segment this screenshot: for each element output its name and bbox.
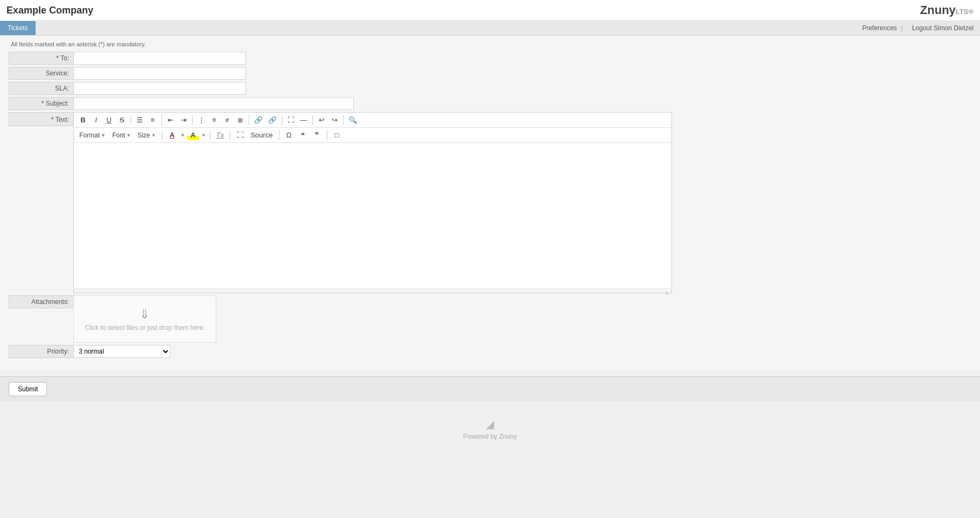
font-label: Font: [112, 132, 125, 139]
align-center-button[interactable]: ≡: [208, 115, 220, 125]
to-input-wrapper: [73, 52, 246, 65]
sla-label: SLA:: [9, 82, 73, 95]
priority-row: Priority: 3 normal: [9, 345, 971, 358]
align-right-button[interactable]: ≠: [221, 115, 233, 125]
bg-color-button[interactable]: A: [187, 130, 199, 140]
font-color-button[interactable]: A: [166, 130, 178, 140]
underline-button[interactable]: U: [103, 115, 115, 125]
text-label-text: * Text:: [51, 116, 69, 123]
strikethrough-button[interactable]: S: [116, 115, 128, 125]
unlink-button[interactable]: 🔗: [266, 115, 279, 125]
redo-button[interactable]: ↪: [328, 115, 340, 125]
separator-10: [230, 130, 230, 140]
editor-resize-handle[interactable]: ⌞: [74, 288, 671, 293]
bg-color-arrow[interactable]: ▼: [201, 133, 206, 138]
service-row: Service:: [9, 67, 971, 80]
italic-button[interactable]: I: [90, 115, 102, 125]
format-label: Format: [79, 132, 100, 139]
font-dropdown[interactable]: Font ▼: [110, 130, 133, 140]
undo-button[interactable]: ↩: [316, 115, 327, 125]
blockquote-button[interactable]: ❝: [297, 130, 309, 140]
service-label: Service:: [9, 67, 73, 80]
attachments-row: Attachments: ⇓ Click to select files or …: [9, 295, 971, 343]
sla-input[interactable]: [73, 82, 246, 95]
priority-label: Priority:: [9, 345, 73, 358]
separator-4: [249, 115, 249, 125]
font-dropdown-arrow: ▼: [126, 133, 131, 138]
service-input[interactable]: [73, 67, 246, 80]
logout-link[interactable]: Logout Simon Dietzel: [912, 24, 974, 32]
header: Example Company ZnunyLTS®: [0, 0, 980, 21]
separator-5: [282, 115, 282, 125]
image-button[interactable]: ⛶: [285, 115, 297, 125]
main-content: All fields marked with an asterisk (*) a…: [0, 36, 980, 371]
footer: ◢ Powered by Znuny: [0, 402, 980, 446]
upload-icon: ⇓: [85, 307, 205, 322]
unordered-list-button[interactable]: ≡: [147, 115, 159, 125]
app-logo: ZnunyLTS®: [920, 3, 974, 17]
attachments-dropzone[interactable]: ⇓ Click to select files or just drop the…: [73, 295, 216, 343]
to-input[interactable]: [73, 52, 246, 65]
size-dropdown[interactable]: Size ▼: [135, 130, 158, 140]
resize-icon: ⌞: [666, 287, 669, 295]
ordered-list-button[interactable]: ☰: [134, 115, 146, 125]
sla-input-wrapper: [73, 82, 246, 95]
nav-separator: |: [901, 24, 902, 32]
separator-7: [343, 115, 344, 125]
company-title: Example Company: [6, 5, 93, 16]
blockquote2-button[interactable]: ❞: [311, 130, 323, 140]
format-dropdown[interactable]: Format ▼: [77, 130, 108, 140]
attachments-drop-text: Click to select files or just drop them …: [85, 324, 205, 331]
editor-container: B I U S ☰ ≡ ⇤ ⇥ ⋮ ≡ ≠ ≣ 🔗: [73, 112, 672, 293]
subject-input-wrapper: [73, 97, 354, 110]
editor-toolbar-1: B I U S ☰ ≡ ⇤ ⇥ ⋮ ≡ ≠ ≣ 🔗: [74, 113, 671, 128]
separator-2: [161, 115, 162, 125]
text-editor-body[interactable]: [74, 143, 671, 288]
horizontal-rule-button[interactable]: ―: [298, 115, 310, 125]
service-input-wrapper: [73, 67, 246, 80]
separator-3: [192, 115, 193, 125]
text-row: * Text: B I U S ☰ ≡ ⇤ ⇥ ⋮ ≡: [9, 112, 971, 293]
to-row: * To:: [9, 52, 971, 65]
align-justify-button[interactable]: ≣: [234, 115, 246, 125]
footer-logo-icon: ◢: [0, 418, 980, 431]
editor-toolbar-2: Format ▼ Font ▼ Size ▼ A ▼ A ▼: [74, 128, 671, 143]
subject-input[interactable]: [73, 97, 354, 110]
indent-decrease-button[interactable]: ⇤: [165, 115, 176, 125]
color-arrow[interactable]: ▼: [180, 133, 185, 138]
separator-11: [279, 130, 279, 140]
text-editor-wrapper: B I U S ☰ ≡ ⇤ ⇥ ⋮ ≡ ≠ ≣ 🔗: [73, 112, 672, 293]
special-char-button[interactable]: Ω: [283, 130, 295, 140]
separator-9: [210, 130, 210, 140]
tickets-tab[interactable]: Tickets: [0, 21, 36, 35]
separator-6: [312, 115, 313, 125]
fullscreen-button[interactable]: □: [331, 130, 343, 140]
remove-format-button[interactable]: Tx: [214, 130, 226, 140]
sla-row: SLA:: [9, 82, 971, 95]
subject-row: * Subject:: [9, 97, 971, 110]
sla-label-text: SLA:: [55, 85, 69, 92]
subject-label-text: * Subject:: [42, 100, 69, 107]
priority-label-text: Priority:: [47, 348, 69, 355]
align-left-button[interactable]: ⋮: [195, 115, 207, 125]
text-label: * Text:: [9, 112, 73, 126]
indent-increase-button[interactable]: ⇥: [177, 115, 189, 125]
service-label-text: Service:: [46, 70, 69, 77]
separator-12: [327, 130, 327, 140]
mandatory-note: All fields marked with an asterisk (*) a…: [9, 41, 971, 47]
navbar: Tickets Preferences | Logout Simon Dietz…: [0, 21, 980, 36]
link-button[interactable]: 🔗: [252, 115, 265, 125]
preferences-link[interactable]: Preferences: [862, 24, 897, 32]
to-label: * To:: [9, 52, 73, 65]
priority-select[interactable]: 3 normal: [73, 345, 170, 358]
footer-text: Powered by Znuny: [0, 433, 980, 440]
separator-8: [162, 130, 162, 140]
attachments-label-text: Attachments:: [31, 298, 69, 306]
submit-button[interactable]: Submit: [9, 382, 47, 396]
source-button[interactable]: Source: [248, 130, 275, 140]
find-button[interactable]: 🔍: [346, 115, 359, 125]
image2-button[interactable]: ⛶: [234, 130, 246, 140]
size-label: Size: [138, 132, 150, 139]
bold-button[interactable]: B: [77, 115, 89, 125]
subject-label: * Subject:: [9, 97, 73, 110]
